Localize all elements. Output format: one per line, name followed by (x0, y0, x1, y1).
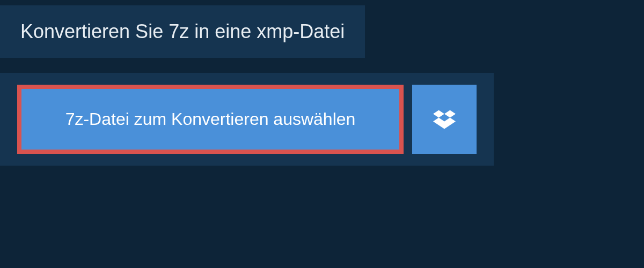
select-file-label: 7z-Datei zum Konvertieren auswählen (65, 109, 356, 129)
select-file-highlight: 7z-Datei zum Konvertieren auswählen (17, 85, 404, 154)
dropbox-icon (433, 108, 456, 131)
page-title: Konvertieren Sie 7z in eine xmp-Datei (20, 20, 345, 43)
select-file-button[interactable]: 7z-Datei zum Konvertieren auswählen (21, 89, 399, 150)
upload-panel: 7z-Datei zum Konvertieren auswählen (0, 73, 494, 166)
button-row: 7z-Datei zum Konvertieren auswählen (17, 85, 477, 154)
header-panel: Konvertieren Sie 7z in eine xmp-Datei (0, 5, 365, 58)
dropbox-button[interactable] (412, 85, 477, 154)
